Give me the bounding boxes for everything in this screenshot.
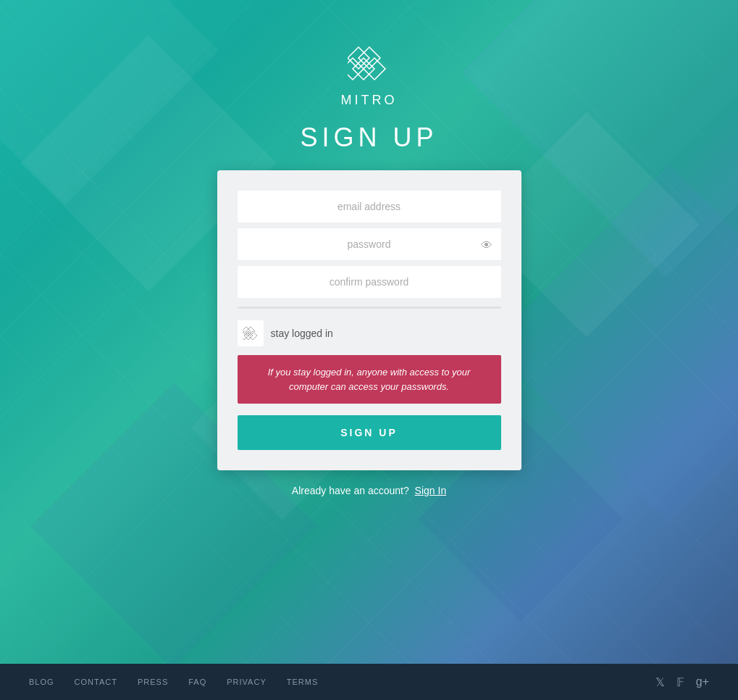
- footer-terms[interactable]: TERMS: [287, 678, 319, 686]
- checkbox-logo-icon: [243, 325, 259, 341]
- signup-button[interactable]: SIGN UP: [238, 415, 501, 450]
- footer-contact[interactable]: CONTACT: [75, 678, 117, 686]
- email-wrapper: [238, 191, 501, 225]
- page-title: SIGN UP: [300, 122, 437, 153]
- footer-links: BLOG CONTACT PRESS FAQ PRIVACY TERMS: [29, 678, 318, 686]
- divider: [238, 307, 501, 309]
- logo-text: MITRO: [341, 93, 398, 108]
- stay-logged-checkbox[interactable]: [238, 320, 264, 346]
- email-input[interactable]: [238, 191, 501, 222]
- stay-logged-row: stay logged in: [238, 320, 501, 346]
- already-text: Already have an account?: [292, 485, 409, 496]
- footer: BLOG CONTACT PRESS FAQ PRIVACY TERMS 𝕏 𝔽…: [0, 664, 738, 700]
- footer-faq[interactable]: FAQ: [188, 678, 206, 686]
- password-wrapper: 👁: [238, 228, 501, 263]
- confirm-password-input[interactable]: [238, 266, 501, 298]
- footer-blog[interactable]: BLOG: [29, 678, 54, 686]
- footer-social: 𝕏 𝔽 g+: [655, 675, 709, 689]
- signin-row: Already have an account? Sign In: [292, 485, 446, 496]
- logo-icon: [348, 43, 391, 87]
- footer-press[interactable]: PRESS: [138, 678, 168, 686]
- signup-card: 👁 stay logged in If you stay logged in, …: [217, 170, 521, 470]
- googleplus-icon[interactable]: g+: [696, 675, 709, 688]
- password-toggle-icon[interactable]: 👁: [481, 239, 492, 252]
- twitter-icon[interactable]: 𝕏: [655, 675, 665, 689]
- signin-link[interactable]: Sign In: [415, 485, 447, 496]
- background: MITRO SIGN UP 👁 stay logg: [0, 0, 738, 664]
- confirm-password-wrapper: [238, 266, 501, 301]
- facebook-icon[interactable]: 𝔽: [676, 675, 684, 689]
- warning-box: If you stay logged in, anyone with acces…: [238, 355, 501, 404]
- warning-text: If you stay logged in, anyone with acces…: [268, 367, 471, 392]
- footer-privacy[interactable]: PRIVACY: [227, 678, 266, 686]
- logo-area: MITRO: [341, 43, 398, 108]
- stay-logged-label: stay logged in: [271, 328, 333, 339]
- password-input[interactable]: [238, 228, 501, 260]
